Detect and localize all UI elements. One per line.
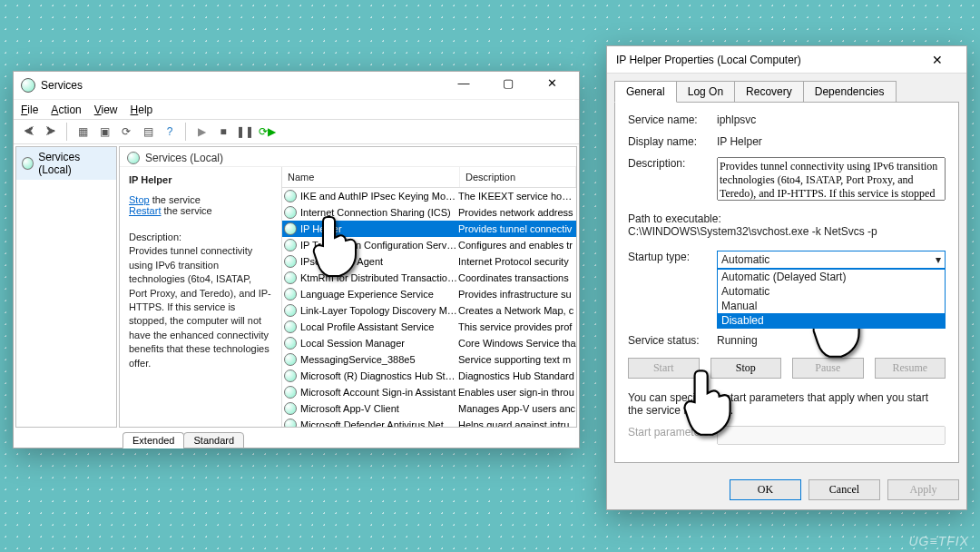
resume-button[interactable]: Resume bbox=[875, 358, 946, 379]
close-icon[interactable]: ✕ bbox=[917, 53, 957, 67]
col-name[interactable]: Name bbox=[282, 167, 460, 187]
properties-titlebar[interactable]: IP Helper Properties (Local Computer) ✕ bbox=[607, 46, 966, 74]
tree-node-services-local[interactable]: Services (Local) bbox=[16, 147, 116, 180]
pause-icon[interactable]: ❚❚ bbox=[235, 122, 255, 142]
maximize-button[interactable]: ▢ bbox=[488, 76, 528, 96]
service-row[interactable]: IP HelperProvides tunnel connectiv bbox=[282, 221, 576, 237]
gear-icon bbox=[284, 222, 297, 235]
service-row[interactable]: Link-Layer Topology Discovery MapperCrea… bbox=[282, 302, 576, 319]
tab-extended[interactable]: Extended bbox=[122, 432, 184, 448]
toolbar-icon[interactable]: ▣ bbox=[94, 122, 114, 142]
services-menubar: File Action View Help bbox=[14, 99, 579, 119]
tab-general[interactable]: General bbox=[614, 81, 677, 103]
service-row[interactable]: Language Experience ServiceProvides infr… bbox=[282, 286, 576, 302]
menu-help[interactable]: Help bbox=[131, 104, 153, 116]
stop-link[interactable]: Stop bbox=[129, 194, 150, 205]
menu-view[interactable]: View bbox=[94, 104, 118, 116]
service-row[interactable]: IPsec Policy AgentInternet Protocol secu… bbox=[282, 253, 576, 270]
back-icon[interactable]: ⮜ bbox=[19, 122, 39, 142]
startup-type-list[interactable]: Automatic (Delayed Start)AutomaticManual… bbox=[717, 269, 946, 329]
col-description[interactable]: Description bbox=[460, 167, 576, 187]
startup-type-dropdown[interactable]: Automatic▾ Automatic (Delayed Start)Auto… bbox=[717, 251, 946, 269]
service-row[interactable]: IKE and AuthIP IPsec Keying ModulesThe I… bbox=[282, 188, 576, 204]
gear-icon bbox=[284, 320, 297, 333]
services-grid[interactable]: Name Description IKE and AuthIP IPsec Ke… bbox=[281, 167, 576, 427]
tab-recovery[interactable]: Recovery bbox=[734, 81, 804, 102]
gear-icon bbox=[284, 304, 297, 317]
label-status: Service status: bbox=[628, 334, 717, 347]
gear-icon bbox=[284, 337, 297, 350]
gear-icon bbox=[284, 370, 297, 382]
gear-icon bbox=[284, 402, 297, 415]
properties-tabs: General Log On Recovery Dependencies bbox=[607, 74, 966, 102]
description-textarea[interactable]: Provides tunnel connectivity using IPv6 … bbox=[717, 157, 946, 201]
cell-desc: Provides tunnel connectiv bbox=[458, 223, 576, 234]
tab-dependencies[interactable]: Dependencies bbox=[803, 81, 897, 102]
stop-icon[interactable]: ■ bbox=[213, 122, 233, 142]
tab-logon[interactable]: Log On bbox=[676, 81, 735, 102]
refresh-icon[interactable]: ⟳ bbox=[116, 122, 136, 142]
services-titlebar[interactable]: Services — ▢ ✕ bbox=[14, 72, 579, 99]
menu-action[interactable]: Action bbox=[51, 104, 81, 116]
stop-button[interactable]: Stop bbox=[710, 358, 782, 379]
startup-option[interactable]: Manual bbox=[718, 299, 945, 313]
ok-button[interactable]: OK bbox=[730, 479, 801, 500]
services-tree[interactable]: Services (Local) bbox=[15, 146, 117, 428]
cell-desc: Helps guard against intru bbox=[458, 419, 576, 427]
desc-label: Description: bbox=[129, 231, 272, 244]
service-row[interactable]: KtmRm for Distributed Transaction Co...C… bbox=[282, 270, 576, 286]
service-row[interactable]: Microsoft Defender Antivirus Network I..… bbox=[282, 417, 576, 427]
start-params-input[interactable] bbox=[717, 426, 946, 445]
play-icon[interactable]: ▶ bbox=[191, 122, 211, 142]
startup-option[interactable]: Automatic bbox=[718, 284, 945, 299]
start-button[interactable]: Start bbox=[628, 358, 700, 379]
close-button[interactable]: ✕ bbox=[532, 76, 572, 96]
cell-desc: Configures and enables tr bbox=[458, 240, 576, 251]
help-icon[interactable]: ? bbox=[160, 122, 180, 142]
panel-header-text: Services (Local) bbox=[145, 152, 569, 164]
label-service-name: Service name: bbox=[628, 113, 717, 126]
service-row[interactable]: Microsoft App-V ClientManages App-V user… bbox=[282, 400, 576, 417]
service-row[interactable]: MessagingService_388e5Service supporting… bbox=[282, 351, 576, 368]
detail-heading: IP Helper bbox=[129, 174, 272, 185]
tab-standard[interactable]: Standard bbox=[183, 432, 244, 448]
service-row[interactable]: Internet Connection Sharing (ICS)Provide… bbox=[282, 204, 576, 221]
cell-name: Microsoft Account Sign-in Assistant bbox=[300, 387, 458, 398]
cell-name: IKE and AuthIP IPsec Keying Modules bbox=[300, 191, 458, 202]
service-row[interactable]: Microsoft (R) Diagnostics Hub Standar...… bbox=[282, 368, 576, 384]
service-row[interactable]: Microsoft Account Sign-in AssistantEnabl… bbox=[282, 384, 576, 400]
services-window: Services — ▢ ✕ File Action View Help ⮜ ⮞… bbox=[13, 71, 580, 448]
restart-icon[interactable]: ⟳▶ bbox=[257, 122, 277, 142]
value-status: Running bbox=[717, 334, 946, 347]
service-row[interactable]: Local Session ManagerCore Windows Servic… bbox=[282, 335, 576, 351]
service-row[interactable]: IP Translation Configuration ServiceConf… bbox=[282, 237, 576, 253]
startup-option[interactable]: Disabled bbox=[718, 313, 945, 328]
export-icon[interactable]: ▤ bbox=[138, 122, 158, 142]
menu-file[interactable]: File bbox=[21, 104, 38, 116]
services-panel-header: Services (Local) bbox=[120, 147, 576, 167]
cancel-button[interactable]: Cancel bbox=[808, 479, 880, 500]
forward-icon[interactable]: ⮞ bbox=[41, 122, 61, 142]
gear-icon bbox=[284, 239, 297, 251]
cell-desc: Provides network address bbox=[458, 207, 576, 218]
apply-button[interactable]: Apply bbox=[887, 479, 959, 500]
param-hint: You can specify the start parameters tha… bbox=[628, 391, 946, 417]
minimize-button[interactable]: — bbox=[444, 76, 484, 96]
gear-icon bbox=[284, 206, 297, 219]
gear-icon bbox=[22, 157, 34, 170]
watermark: UG≡TFIX bbox=[908, 534, 969, 548]
gear-icon bbox=[284, 190, 297, 202]
cell-name: Microsoft Defender Antivirus Network I..… bbox=[300, 419, 458, 427]
cell-name: Local Profile Assistant Service bbox=[300, 321, 458, 332]
gear-icon bbox=[284, 419, 297, 427]
chevron-down-icon: ▾ bbox=[936, 253, 941, 266]
restart-link[interactable]: Restart bbox=[129, 205, 161, 216]
service-row[interactable]: Local Profile Assistant ServiceThis serv… bbox=[282, 319, 576, 335]
cell-name: IP Translation Configuration Service bbox=[300, 240, 458, 251]
startup-option[interactable]: Automatic (Delayed Start) bbox=[718, 270, 945, 284]
toolbar-icon[interactable]: ▦ bbox=[73, 122, 93, 142]
cell-desc: Core Windows Service tha bbox=[458, 338, 576, 349]
cell-name: KtmRm for Distributed Transaction Co... bbox=[300, 272, 458, 283]
cell-name: Local Session Manager bbox=[300, 338, 458, 349]
pause-button[interactable]: Pause bbox=[792, 358, 864, 379]
